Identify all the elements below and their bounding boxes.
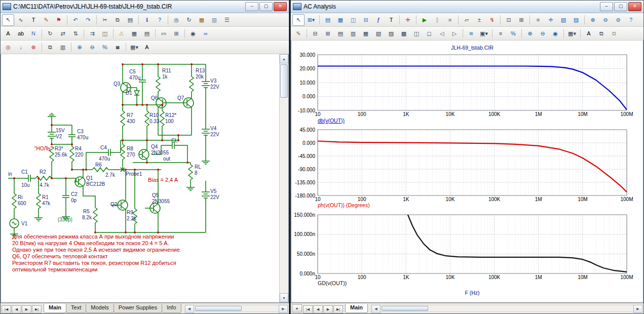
- select-mode-icon[interactable]: ↖: [2, 14, 14, 26]
- schematic-label[interactable]: "НОЛЬ": [34, 146, 53, 151]
- tab-nav-button-1[interactable]: ◀: [313, 305, 323, 313]
- font-style-icon[interactable]: A: [583, 28, 595, 40]
- schematic-label[interactable]: 20k: [196, 74, 204, 80]
- grid-toggle-icon[interactable]: ▦: [128, 28, 140, 40]
- schematic-label[interactable]: 2N3055: [151, 150, 169, 155]
- attribute-text-icon[interactable]: A: [2, 28, 14, 40]
- resistor-r1[interactable]: [36, 193, 41, 209]
- schematic-label[interactable]: 470u: [99, 156, 110, 162]
- probe-icon[interactable]: ✛: [545, 14, 557, 26]
- schematic-label[interactable]: R9: [127, 210, 133, 215]
- schematic-label[interactable]: R10: [149, 112, 159, 118]
- tab-nav-button-3[interactable]: ▶|: [32, 305, 42, 313]
- vertical-scroll-thumb[interactable]: [280, 64, 288, 98]
- horizontal-scroll-track[interactable]: [381, 305, 633, 312]
- maximize-button[interactable]: ▢: [259, 2, 273, 11]
- resistor-r6[interactable]: [92, 168, 108, 172]
- scroll-right-icon[interactable]: ▶: [279, 305, 288, 313]
- plot-3d-icon[interactable]: ▧: [557, 14, 570, 26]
- find-component-icon[interactable]: ◉: [187, 28, 199, 40]
- cursor-add-icon[interactable]: ✛: [402, 14, 414, 26]
- schematic-label[interactable]: Q2: [110, 202, 118, 207]
- schematic-label[interactable]: 430: [127, 119, 135, 124]
- cursor-percent-icon[interactable]: %: [507, 28, 519, 40]
- schematic-label[interactable]: CL: [171, 138, 178, 143]
- schematic-label[interactable]: R11: [162, 68, 171, 73]
- border-toggle-icon[interactable]: ▤: [141, 28, 153, 40]
- schematic-title-bar[interactable]: C:\MC11\DATA\Petrov\JLH\JLH-69-tstab\JLH…: [1, 1, 289, 13]
- maximize-button[interactable]: ▢: [614, 2, 627, 11]
- undo-icon[interactable]: ↶: [69, 14, 82, 26]
- plot-overlay-icon[interactable]: ◫: [347, 14, 359, 26]
- pause-icon[interactable]: ∥: [431, 14, 443, 26]
- transistor-q4[interactable]: [139, 146, 149, 163]
- grid-c-icon[interactable]: ▦: [360, 28, 372, 40]
- scroll-up-icon[interactable]: ▲: [280, 54, 288, 63]
- numeric-values-icon[interactable]: ≡: [495, 28, 507, 40]
- mirror-box-icon[interactable]: ◫: [99, 28, 111, 40]
- schematic-label[interactable]: 20 В(пик) на нагрузке 4 Ома необходим то…: [12, 240, 169, 246]
- schematic-label[interactable]: 22V: [210, 194, 219, 200]
- scroll-down-icon[interactable]: ▼: [280, 293, 288, 302]
- series-label-phase[interactable]: ph(v(OUT)) (Degrees): [318, 202, 370, 208]
- schematic-label[interactable]: D1: [126, 90, 132, 96]
- cut-icon[interactable]: ✂: [99, 14, 111, 26]
- schematic-label[interactable]: 8.2k: [82, 215, 92, 220]
- close-page-icon[interactable]: ⊗: [27, 42, 40, 53]
- zoom-area-icon[interactable]: ⊞: [170, 28, 182, 40]
- series-label-gain-db[interactable]: db(v(OUT)): [318, 117, 345, 124]
- schematic-label[interactable]: R2: [40, 169, 46, 175]
- series-label-group-delay[interactable]: GD(v(OUT)): [318, 280, 347, 286]
- resistor-r13[interactable]: [190, 76, 194, 92]
- text-mode-icon[interactable]: T: [385, 14, 397, 26]
- schematic-label[interactable]: R13: [196, 68, 205, 73]
- schematic-label[interactable]: R3*: [55, 146, 63, 151]
- plot-split-icon[interactable]: ⊟: [360, 14, 372, 26]
- clipboard-menu-icon[interactable]: ▣▾: [478, 28, 490, 40]
- design-checks-icon[interactable]: ⚠: [116, 28, 128, 40]
- grid-select-icon[interactable]: ▦▾: [128, 42, 140, 53]
- step-box-icon[interactable]: ⇉: [86, 28, 98, 40]
- stop-icon[interactable]: ■: [444, 14, 456, 26]
- zoom-out-icon[interactable]: ⊖: [86, 42, 98, 53]
- paste-page-icon[interactable]: ⧉: [608, 28, 620, 40]
- vertical-scroll-track[interactable]: [280, 63, 288, 293]
- resistor-rl[interactable]: [188, 165, 193, 180]
- tab-nav-button-3[interactable]: ▶|: [333, 305, 343, 313]
- schematic-label[interactable]: R5: [83, 209, 90, 214]
- zoom-in-icon[interactable]: ⊕: [524, 28, 536, 40]
- info-icon[interactable]: ℹ: [141, 14, 153, 26]
- resistor-r12[interactable]: [160, 111, 164, 126]
- export-page-icon[interactable]: ▥: [57, 42, 69, 53]
- ground-symbol[interactable]: [34, 215, 43, 221]
- repeat-find-icon[interactable]: ↻: [183, 14, 195, 26]
- capacitor-c2[interactable]: [62, 190, 69, 203]
- zoom-out-icon[interactable]: ⊖: [599, 14, 612, 26]
- schematic-label[interactable]: Q4: [151, 144, 158, 149]
- schematic-label[interactable]: R7: [127, 112, 133, 118]
- tab-main[interactable]: Main: [345, 304, 368, 313]
- schematic-label[interactable]: 47k: [42, 201, 51, 206]
- schematic-label[interactable]: R4: [75, 146, 82, 151]
- navigate-icon[interactable]: ◎: [2, 42, 14, 53]
- schematic-label[interactable]: 0p: [71, 198, 77, 203]
- tab-models[interactable]: Models: [86, 304, 113, 313]
- ground-symbol[interactable]: [186, 185, 195, 190]
- wire-mode-icon[interactable]: ∿: [15, 14, 27, 26]
- schematic-label[interactable]: R1: [42, 194, 49, 200]
- schematic-label[interactable]: 0.33: [149, 119, 160, 124]
- options-list-icon[interactable]: ☰: [221, 14, 233, 26]
- run-icon[interactable]: ▶: [419, 14, 431, 26]
- schematic-label[interactable]: 25.6k: [55, 152, 67, 158]
- horizontal-scroll-thumb[interactable]: [195, 306, 242, 311]
- scroll-page-down-icon[interactable]: ↓: [15, 42, 27, 53]
- redo-icon[interactable]: ↷: [82, 14, 94, 26]
- state-variables-icon[interactable]: ⊞: [515, 14, 527, 26]
- sweep-icon[interactable]: ↯: [486, 14, 498, 26]
- find-icon[interactable]: ◎: [170, 14, 182, 26]
- schematic-label[interactable]: R8: [127, 146, 133, 151]
- schematic-label[interactable]: Q5: [152, 192, 159, 198]
- graphics-mode-icon[interactable]: ✎: [40, 14, 52, 26]
- tab-nav-button-0[interactable]: |◀: [2, 305, 11, 313]
- resistor-r5[interactable]: [93, 208, 97, 223]
